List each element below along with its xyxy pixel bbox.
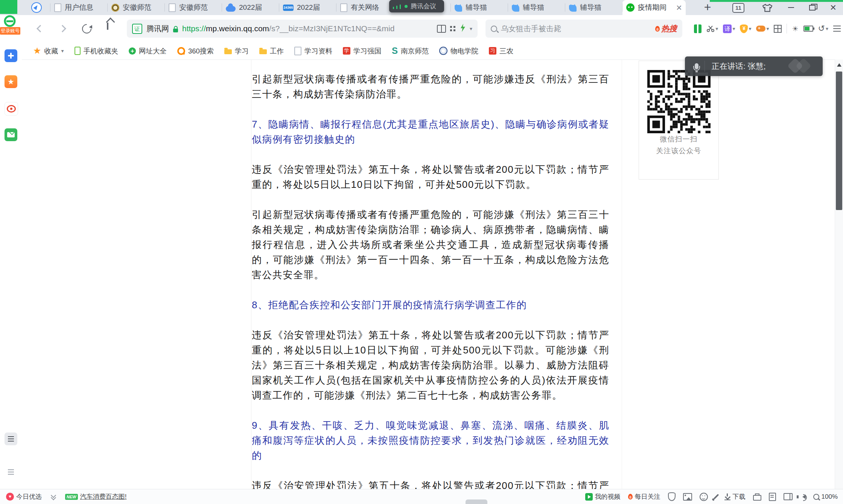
bookmark-item[interactable]: ★收藏▾: [33, 46, 64, 56]
favorites-book-icon[interactable]: [694, 24, 701, 33]
theme-shirt-icon[interactable]: [762, 3, 773, 12]
bookmark-item[interactable]: 手机收藏夹: [75, 46, 119, 56]
bookmark-item[interactable]: 工作: [259, 46, 284, 56]
statusbar-panel-button[interactable]: [784, 493, 793, 500]
apps-grid-icon[interactable]: [774, 25, 782, 33]
undo-closed-tab-button[interactable]: ↺ ▾: [818, 24, 828, 33]
bookmark-label: 网址大全: [139, 46, 167, 56]
browser-tab[interactable]: 辅导猫: [565, 0, 622, 15]
forward-button[interactable]: [57, 23, 69, 35]
tab-close-icon[interactable]: ×: [676, 3, 682, 12]
statusbar-screenshot-button[interactable]: [683, 493, 692, 501]
flame-icon: [628, 494, 633, 499]
flame-icon: [655, 26, 660, 32]
refresh-button[interactable]: [81, 23, 93, 35]
chevron-double-down-icon[interactable]: [51, 494, 56, 499]
browser-logo[interactable]: [0, 0, 17, 14]
taskbar-peek-pill[interactable]: [466, 499, 487, 504]
chevron-down-icon: ▾: [61, 48, 64, 54]
url-box[interactable]: 证 腾讯网 https://mp.weixin.qq.com/s?__biz=M…: [127, 20, 478, 38]
browser-tab[interactable]: 辅导猫: [508, 0, 565, 15]
tab-title: 辅导猫: [523, 3, 561, 12]
browser-tab[interactable]: 辅导猫: [451, 0, 508, 15]
browser-tab[interactable]: 有关网络: [336, 0, 394, 15]
hot-search-button[interactable]: 热搜: [655, 23, 677, 34]
browser-toolbar: ▾ 译 ▾ ¥ ▾ ▾ ☀ ↺ ▾: [694, 20, 841, 38]
browser-tab[interactable]: 243652022届: [279, 0, 336, 15]
article-heading: 9、具有发热、干咳、乏力、嗅觉味觉减退、鼻塞、流涕、咽痛、结膜炎、肌痛和腹泻等症…: [252, 418, 609, 463]
ring-360-icon: [177, 47, 185, 55]
new-tab-button[interactable]: +: [701, 1, 714, 14]
round-badge-icon: [439, 47, 447, 55]
lightning-icon[interactable]: [460, 24, 466, 33]
reader-mode-icon[interactable]: [437, 25, 446, 33]
statusbar-shield-button[interactable]: [668, 492, 676, 501]
today-picks-button[interactable]: ♥ 今日优选: [6, 492, 42, 501]
search-query[interactable]: 乌女狙击手被击毙: [501, 24, 651, 34]
menu-icon[interactable]: [833, 26, 841, 27]
tencent-meeting-pill[interactable]: 腾讯会议: [389, 0, 444, 12]
browser-ring-logo[interactable]: [3, 14, 17, 28]
scrollbar-thumb[interactable]: [836, 72, 842, 210]
close-button[interactable]: ×: [823, 0, 843, 15]
browser-tab[interactable]: [23, 0, 50, 15]
bookmark-item[interactable]: 360搜索: [177, 46, 214, 56]
bookmark-item[interactable]: 习三农: [489, 46, 513, 56]
bookmark-item[interactable]: 物电学院: [439, 46, 478, 56]
bookmark-item[interactable]: S南京师范: [392, 46, 429, 56]
meeting-speaking-overlay[interactable]: 正在讲话: 张慧;: [685, 56, 823, 76]
statusbar-zoom-button[interactable]: 100%: [813, 493, 838, 501]
statusbar-notes-button[interactable]: [769, 493, 776, 501]
browser-tab-active[interactable]: 疫情期间×: [622, 0, 686, 15]
wallet-shield-button[interactable]: ¥ ▾: [740, 24, 751, 33]
search-box[interactable]: 乌女狙击手被击毙 热搜: [485, 20, 682, 38]
browser-tab[interactable]: 2022届: [222, 0, 279, 15]
statusbar-brush-button[interactable]: [715, 493, 717, 500]
chevron-down-icon: ▾: [749, 26, 751, 32]
qrcode-icon[interactable]: [450, 26, 452, 28]
list-view-icon[interactable]: [5, 466, 17, 478]
statusbar-printer-button[interactable]: [753, 493, 761, 501]
news-link-text[interactable]: 汽车消费百态图!: [80, 492, 127, 501]
statusbar-speaker-button[interactable]: [800, 495, 806, 499]
battery-icon[interactable]: [803, 26, 813, 32]
statusbar-download-button[interactable]: 下载: [724, 492, 746, 501]
home-button[interactable]: [105, 23, 117, 35]
statusbar-emoji-button[interactable]: [700, 493, 708, 501]
chevron-down-icon[interactable]: ▾: [470, 26, 472, 32]
bookmark-item[interactable]: +网址大全: [129, 46, 167, 56]
news-ticker-link[interactable]: NEW 汽车消费百态图!: [65, 492, 126, 501]
folder-icon: [259, 49, 267, 54]
favorites-star-icon[interactable]: ★: [5, 75, 17, 88]
site-name: 腾讯网: [146, 24, 169, 34]
browser-tab[interactable]: 安徽师范: [108, 0, 165, 15]
statusbar-flame-button[interactable]: 每日关注: [628, 492, 660, 501]
bookmark-label: 360搜索: [188, 46, 214, 56]
bookmark-item[interactable]: 学习资料: [294, 46, 332, 56]
scrollbar-up-arrow[interactable]: [837, 63, 841, 67]
badge-favicon-icon: [111, 4, 119, 12]
plus-circle-icon: +: [129, 47, 136, 55]
games-button[interactable]: ▾: [756, 26, 769, 32]
theme-sun-icon[interactable]: ☀: [792, 25, 798, 32]
bookmark-item[interactable]: 学学习强国: [343, 46, 381, 56]
mail-icon[interactable]: [5, 128, 17, 141]
reading-list-icon[interactable]: [5, 432, 17, 445]
login-account-button[interactable]: 登录账号: [0, 27, 20, 35]
site-verified-badge[interactable]: 证: [132, 24, 142, 34]
restore-button[interactable]: [802, 0, 822, 15]
url-text[interactable]: https://mp.weixin.qq.com/s?__biz=MzI3NjE…: [182, 24, 433, 33]
bookmark-item[interactable]: 学习: [224, 46, 249, 56]
browser-tab[interactable]: 用户信息: [50, 0, 108, 15]
back-button[interactable]: [33, 23, 45, 35]
weibo-icon[interactable]: [5, 102, 18, 116]
translate-button[interactable]: 译 ▾: [723, 24, 735, 33]
tab-title: 辅导猫: [580, 3, 619, 12]
lock-icon[interactable]: [173, 29, 178, 32]
statusbar-play-button[interactable]: 我的视频: [585, 492, 621, 501]
tab-count-badge[interactable]: 11: [732, 3, 744, 13]
app-blue-icon[interactable]: [5, 49, 17, 62]
browser-tab[interactable]: 安徽师范: [165, 0, 222, 15]
minimize-button[interactable]: [781, 0, 801, 15]
screenshot-scissors-button[interactable]: ▾: [706, 25, 718, 32]
